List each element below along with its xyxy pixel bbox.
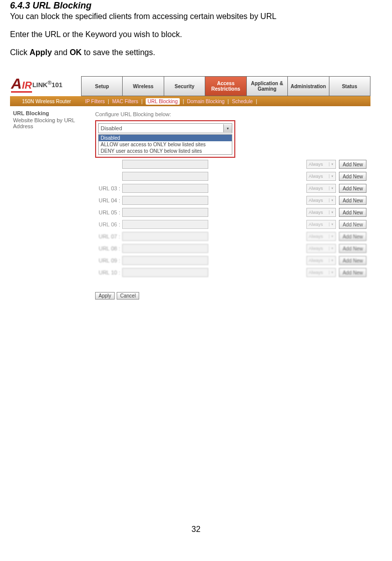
url-row-10: URL 10 : Always▾ Add New (95, 268, 366, 277)
chevron-down-icon: ▾ (329, 270, 335, 274)
chevron-down-icon: ▾ (329, 162, 335, 166)
url-input[interactable] (122, 232, 208, 241)
intro-text-2: Enter the URL or the Keyword you wish to… (10, 30, 382, 39)
schedule-select[interactable]: Always▾ (306, 208, 336, 217)
subnav-domain-blocking[interactable]: Domain Blocking (187, 99, 225, 104)
url-row-hidden-2: Always▾ Add New (95, 172, 366, 181)
chevron-down-icon: ▾ (329, 234, 335, 238)
sidebar-title: URL Blocking (13, 110, 88, 116)
url-label: URL 05 : (95, 209, 122, 215)
dropdown-selected-value: Disabled (99, 125, 223, 131)
add-new-button[interactable]: Add New (339, 184, 366, 193)
main-tabs: Setup Wireless Security Access Restricti… (81, 76, 370, 96)
sidebar-description: Website Blocking by URL Address (13, 117, 88, 129)
url-row-03: URL 03 : Always▾ Add New (95, 184, 366, 193)
text-fragment: Click (10, 48, 30, 57)
add-new-button[interactable]: Add New (339, 268, 366, 277)
section-heading: 6.4.3 URL Blocking (10, 1, 382, 11)
text-fragment: to save the settings. (82, 48, 155, 57)
chevron-down-icon: ▾ (223, 124, 232, 132)
url-row-hidden-1: Always▾ Add New (95, 160, 366, 169)
url-input[interactable] (122, 208, 208, 217)
schedule-select[interactable]: Always▾ (306, 220, 336, 229)
chevron-down-icon: ▾ (329, 174, 335, 178)
url-input[interactable] (122, 220, 208, 229)
url-label: URL 09 : (95, 257, 122, 263)
url-input[interactable] (122, 184, 208, 193)
chevron-down-icon: ▾ (329, 198, 335, 202)
url-row-04: URL 04 : Always▾ Add New (95, 196, 366, 205)
apply-button[interactable]: Apply (95, 292, 115, 300)
intro-text-3: Click Apply and OK to save the settings. (10, 48, 382, 57)
url-label: URL 06 : (95, 221, 122, 227)
logo: AIRLINK®101 (10, 72, 81, 96)
apply-word: Apply (30, 48, 52, 57)
url-label: URL 03 : (95, 185, 122, 191)
url-input[interactable] (122, 256, 208, 265)
schedule-select[interactable]: Always▾ (306, 256, 336, 265)
url-row-05: URL 05 : Always▾ Add New (95, 208, 366, 217)
chevron-down-icon: ▾ (329, 258, 335, 262)
add-new-button[interactable]: Add New (339, 172, 366, 181)
tab-application-gaming[interactable]: Application & Gaming (246, 76, 287, 96)
add-new-button[interactable]: Add New (339, 244, 366, 253)
tab-wireless[interactable]: Wireless (122, 76, 163, 96)
intro-text-1: You can block the specified clients from… (10, 12, 382, 21)
schedule-select[interactable]: Always▾ (306, 232, 336, 241)
text-fragment: and (52, 48, 70, 57)
add-new-button[interactable]: Add New (339, 196, 366, 205)
url-label: URL 08 : (95, 245, 122, 251)
schedule-select[interactable]: Always▾ (306, 172, 336, 181)
add-new-button[interactable]: Add New (339, 208, 366, 217)
url-input[interactable] (122, 172, 208, 181)
subnav-url-blocking[interactable]: URL Blocking (146, 98, 180, 105)
device-name: 150N Wireless Router (20, 99, 97, 104)
subnav-schedule[interactable]: Schedule (232, 99, 253, 104)
schedule-select[interactable]: Always▾ (306, 184, 336, 193)
schedule-select[interactable]: Always▾ (306, 244, 336, 253)
subnav-mac-filters[interactable]: MAC Filters (112, 99, 138, 104)
url-input[interactable] (122, 244, 208, 253)
schedule-select[interactable]: Always▾ (306, 196, 336, 205)
chevron-down-icon: ▾ (329, 222, 335, 226)
configure-label: Configure URL Blocking below: (95, 111, 366, 117)
add-new-button[interactable]: Add New (339, 160, 366, 169)
add-new-button[interactable]: Add New (339, 256, 366, 265)
cancel-button[interactable]: Cancel (117, 292, 139, 300)
tab-status[interactable]: Status (329, 76, 370, 96)
schedule-select[interactable]: Always▾ (306, 160, 336, 169)
url-label: URL 07 : (95, 233, 122, 239)
chevron-down-icon: ▾ (329, 186, 335, 190)
tab-setup[interactable]: Setup (81, 76, 122, 96)
sidebar: URL Blocking Website Blocking by URL Add… (10, 106, 91, 305)
page-number: 32 (10, 525, 382, 544)
add-new-button[interactable]: Add New (339, 220, 366, 229)
url-input[interactable] (122, 196, 208, 205)
tab-administration[interactable]: Administration (287, 76, 328, 96)
url-row-09: URL 09 : Always▾ Add New (95, 256, 366, 265)
url-row-08: URL 08 : Always▾ Add New (95, 244, 366, 253)
router-admin-screenshot: AIRLINK®101 Setup Wireless Security Acce… (10, 72, 370, 305)
schedule-select[interactable]: Always▾ (306, 268, 336, 277)
sub-nav: 150N Wireless Router IP Filters| MAC Fil… (10, 96, 370, 106)
ok-word: OK (70, 48, 82, 57)
chevron-down-icon: ▾ (329, 210, 335, 214)
url-input[interactable] (122, 160, 208, 169)
tab-access-restrictions[interactable]: Access Restrictions (205, 76, 246, 96)
url-row-07: URL 07 : Always▾ Add New (95, 232, 366, 241)
tab-security[interactable]: Security (164, 76, 205, 96)
url-label: URL 10 : (95, 269, 122, 275)
url-label: URL 04 : (95, 197, 122, 203)
chevron-down-icon: ▾ (329, 246, 335, 250)
add-new-button[interactable]: Add New (339, 232, 366, 241)
url-row-06: URL 06 : Always▾ Add New (95, 220, 366, 229)
url-input[interactable] (122, 268, 208, 277)
